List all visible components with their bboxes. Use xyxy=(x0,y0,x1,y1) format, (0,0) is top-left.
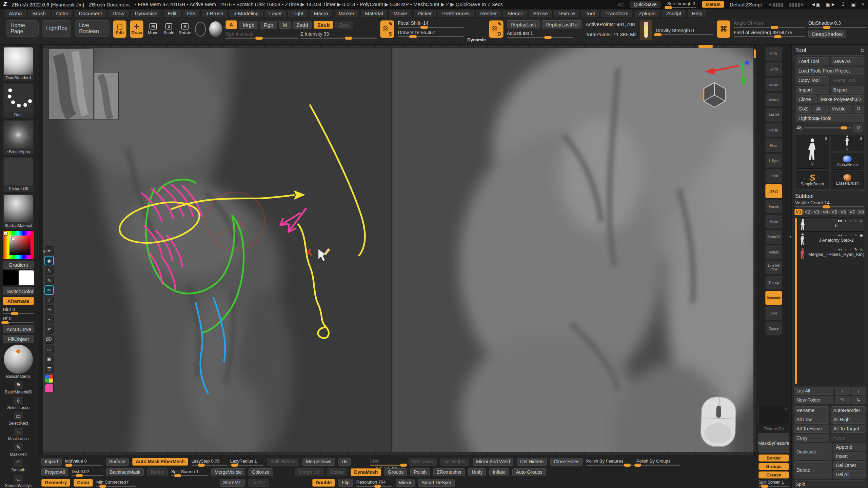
del-other-button[interactable]: Del Other xyxy=(833,461,866,469)
displacement-icon[interactable]: ◑ xyxy=(850,233,852,238)
crease-button[interactable]: Crease xyxy=(758,471,789,479)
scale-button[interactable]: SScale xyxy=(163,20,175,38)
viewport-button[interactable]: Zoom3D xyxy=(765,230,782,244)
rename-button[interactable]: Rename xyxy=(794,406,829,414)
viewport-button[interactable]: Scroll xyxy=(765,62,782,76)
mask-by-feature-button[interactable]: MaskByFeature xyxy=(758,433,789,453)
live-boolean-button[interactable]: Live Boolean xyxy=(75,20,110,37)
displacement-icon[interactable]: ◑ xyxy=(850,247,852,252)
thumb-size-r-button[interactable]: R xyxy=(853,124,863,132)
bottom-bar-item[interactable]: Auto Groups xyxy=(512,468,546,476)
panel-reset-icon[interactable]: ↻ xyxy=(860,47,865,54)
menu-item[interactable]: Dynamics xyxy=(131,10,161,17)
menu-item[interactable]: Marker xyxy=(335,10,359,17)
move-up-icon[interactable]: ↑ xyxy=(835,387,850,395)
list-all-button[interactable]: List All xyxy=(794,387,833,395)
bottom-bar-item[interactable]: BackfaceMask xyxy=(106,468,144,476)
subtool-list[interactable]: « ●● ◐ ◑ ✎ ◉ 5 xyxy=(794,217,866,385)
viewport-button[interactable]: Xpose xyxy=(765,321,782,336)
current-brush-thumb[interactable]: DamStandard xyxy=(3,46,34,81)
viewport-button[interactable]: Frame xyxy=(765,199,782,214)
bottom-bar-item[interactable]: Flip xyxy=(338,479,353,487)
current-alpha-thumb[interactable]: ~BrushAlpha xyxy=(3,120,34,155)
bottom-bar-item[interactable]: MidValue 0 xyxy=(65,459,102,466)
bottom-bar-item[interactable]: Split Screen 1 xyxy=(171,469,208,476)
pages-left-icon[interactable]: ◄▣ xyxy=(811,1,821,7)
thumb-size-slider[interactable]: 48 R xyxy=(796,124,864,132)
divider-bars-left-icon[interactable]: ◄▮▮▮▮ xyxy=(767,1,784,7)
select-rect-thumb[interactable]: ▭SelectRect xyxy=(3,412,34,426)
pin-icon[interactable]: « xyxy=(833,247,835,252)
polypaint-icon[interactable]: ●● xyxy=(838,233,843,238)
all-to-home-button[interactable]: All To Home xyxy=(794,425,829,433)
polypaint-icon[interactable]: ●● xyxy=(838,219,842,223)
eye-icon[interactable]: ◉ xyxy=(45,256,54,265)
zcut-button[interactable]: Zcut xyxy=(335,21,353,29)
viewport-button[interactable]: Line Fill PolyF xyxy=(765,260,782,274)
split-section-header[interactable]: Split xyxy=(794,480,866,488)
default-zscript-button[interactable]: DefaultZScript xyxy=(730,2,762,7)
bottom-bar-item[interactable]: Import xyxy=(41,458,62,466)
bottom-bar-item[interactable]: LazyRadius 1 xyxy=(230,459,263,466)
viewport-button[interactable]: BPR xyxy=(765,47,782,61)
menu-item[interactable]: Texture xyxy=(554,10,579,17)
bottom-bar-item[interactable]: Split Hidden xyxy=(267,458,299,466)
bottom-bar-item[interactable]: Double xyxy=(312,479,335,487)
gravity-strength-slider[interactable]: Gravity Strength 0 xyxy=(656,28,713,35)
displacement-icon[interactable]: ◑ xyxy=(849,219,852,223)
paint-icon[interactable]: ✎ xyxy=(854,233,857,238)
bottom-bar-item[interactable]: Polish By Groups xyxy=(636,459,680,466)
adjust-last-slider[interactable]: AdjustLast 1 xyxy=(507,30,573,38)
viewport-button[interactable]: L.Sym xyxy=(765,154,782,168)
trash-icon[interactable]: ⌦ xyxy=(45,335,54,344)
eye-icon[interactable]: ◉ xyxy=(860,233,863,238)
eye-icon[interactable]: ◉ xyxy=(859,219,863,223)
draw-size-slider[interactable]: Draw Size 56.467 xyxy=(398,30,464,37)
menu-item[interactable]: File xyxy=(183,10,199,17)
undo-icon[interactable]: ↶ xyxy=(45,325,54,334)
pink-swatch-icon[interactable] xyxy=(45,384,54,393)
current-stroke-thumb[interactable]: Dots xyxy=(3,83,34,118)
menu-item[interactable]: Tool xyxy=(581,10,599,17)
smooth-valleys-thumb[interactable]: ◡SmoothValleys xyxy=(3,474,34,488)
rgb-intensity-slider[interactable]: Rgb Intensity xyxy=(225,31,298,39)
replay-last-button[interactable]: ReplayLast xyxy=(507,20,540,28)
home-page-button[interactable]: Home Page xyxy=(6,20,39,37)
pencil-icon[interactable]: ✏ xyxy=(45,286,54,294)
bottom-bar-item[interactable]: Del Hidden xyxy=(517,458,547,466)
goz-button[interactable]: GoZ xyxy=(796,105,812,113)
menu-item[interactable]: Help xyxy=(688,10,706,17)
pages-right-icon[interactable]: ▣► xyxy=(826,1,836,7)
bottom-bar-item[interactable]: Uv xyxy=(338,458,351,466)
viewport-button[interactable]: Transp xyxy=(765,276,782,290)
subtool-item[interactable]: « ●● ◐ ◑ ✎ ◉ J Anatomy Step-2 xyxy=(797,232,865,246)
line-icon[interactable]: ∕ xyxy=(45,296,54,304)
all-low-button[interactable]: All Low xyxy=(794,415,829,424)
move-button[interactable]: MMove xyxy=(147,20,159,38)
bottom-bar-item[interactable]: Color xyxy=(74,479,93,487)
bottom-bar-item[interactable]: Auto Mask FiberMesh xyxy=(132,458,188,466)
pin-icon[interactable]: « xyxy=(833,233,835,238)
copy-button[interactable]: Copy xyxy=(794,434,829,442)
polypaint-icon[interactable]: ●● xyxy=(838,247,843,252)
duplicate-button[interactable]: Duplicate xyxy=(794,443,832,460)
bottom-bar-item[interactable]: Delete xyxy=(147,468,167,476)
basic-material-thumb[interactable]: BasicMaterial xyxy=(3,345,34,379)
lightbox-button[interactable]: LightBox xyxy=(42,20,71,37)
viewport-button[interactable]: Floor xyxy=(765,138,782,152)
all-to-target-button[interactable]: All To Target xyxy=(831,425,866,433)
menu-item[interactable]: Movie xyxy=(390,10,411,17)
bottom-bar-item[interactable]: Resolution 704 xyxy=(356,480,392,487)
pen-icon[interactable]: ✎ xyxy=(45,276,54,285)
all-high-button[interactable]: All High xyxy=(831,415,866,424)
viewport-button[interactable]: Solo xyxy=(765,306,782,320)
goz-visible-button[interactable]: Visible xyxy=(829,105,852,113)
viewport-button[interactable]: Rotate xyxy=(765,245,782,259)
menu-item[interactable]: Material xyxy=(361,10,387,17)
bottom-bar-item[interactable]: Mirror And Weld xyxy=(473,458,513,466)
bottom-bar-item[interactable]: Close Holes xyxy=(550,458,583,466)
eraser-icon[interactable]: ▱ xyxy=(45,305,54,314)
subtool-item[interactable]: « ●● ◐ ◑ ✎ ◉ Merged_TPose1_Ryan_Kingslie… xyxy=(797,247,865,260)
blur-slider[interactable]: Blur 0 xyxy=(3,307,34,314)
menu-item[interactable]: Edit xyxy=(164,10,181,17)
